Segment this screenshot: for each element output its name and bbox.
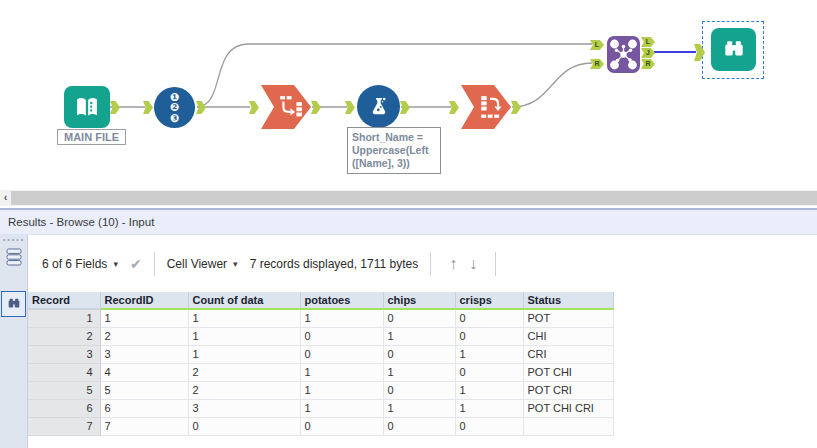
table-cell[interactable]: 1 xyxy=(100,309,188,327)
results-toolbar: 6 of 6 Fields ▾ ✔ Cell Viewer ▾ 7 record… xyxy=(28,235,817,292)
row-number-cell[interactable]: 1 xyxy=(28,309,100,327)
table-cell[interactable]: CRI xyxy=(523,345,613,363)
chevron-down-icon[interactable]: ▾ xyxy=(113,259,118,269)
column-header[interactable]: chips xyxy=(383,292,455,309)
table-cell[interactable]: 3 xyxy=(188,399,300,417)
table-cell[interactable]: 5 xyxy=(100,381,188,399)
arrow-down-icon[interactable]: ↓ xyxy=(469,255,477,273)
book-icon xyxy=(72,93,102,121)
table-cell[interactable]: 1 xyxy=(383,399,455,417)
results-body: ••••• 6 of 6 Fields xyxy=(0,235,817,448)
table-cell[interactable]: CHI xyxy=(523,327,613,345)
cell-viewer-dropdown[interactable]: Cell Viewer xyxy=(167,257,227,271)
table-cell[interactable]: 0 xyxy=(188,417,300,435)
table-cell[interactable]: POT CHI xyxy=(523,363,613,381)
table-cell[interactable]: 1 xyxy=(300,363,383,381)
table-cell[interactable] xyxy=(523,417,613,435)
binoculars-icon xyxy=(720,37,748,63)
fields-dropdown[interactable]: 6 of 6 Fields xyxy=(42,257,107,271)
input-data-tool[interactable] xyxy=(64,86,110,128)
row-number-cell[interactable]: 6 xyxy=(28,399,100,417)
table-cell[interactable]: 0 xyxy=(383,309,455,327)
table-cell[interactable]: 1 xyxy=(300,399,383,417)
join-nodes-icon xyxy=(607,36,640,73)
table-cell[interactable]: POT xyxy=(523,309,613,327)
table-cell[interactable]: 1 xyxy=(188,345,300,363)
table-cell[interactable]: 0 xyxy=(300,345,383,363)
column-header[interactable]: potatoes xyxy=(300,292,383,309)
table-cell[interactable]: 0 xyxy=(455,327,523,345)
transpose-icon xyxy=(278,94,304,120)
table-cell[interactable]: 2 xyxy=(100,327,188,345)
join-tool[interactable] xyxy=(607,36,640,73)
scroll-left-icon[interactable]: ‹ xyxy=(0,190,11,206)
table-cell[interactable]: 1 xyxy=(188,327,300,345)
connection xyxy=(512,63,592,107)
row-number-cell[interactable]: 4 xyxy=(28,363,100,381)
table-cell[interactable]: 1 xyxy=(383,327,455,345)
grip-dots-icon[interactable]: ••••• xyxy=(0,236,28,243)
toolbar-divider xyxy=(154,252,155,276)
toolbar-divider xyxy=(430,252,431,276)
tool-annotation[interactable]: MAIN FILE xyxy=(57,129,126,145)
table-cell[interactable]: 0 xyxy=(383,417,455,435)
chevron-down-icon[interactable]: ▾ xyxy=(233,259,238,269)
column-header[interactable]: RecordID xyxy=(100,292,188,309)
table-cell[interactable]: 0 xyxy=(455,363,523,381)
apply-checkmark-icon[interactable]: ✔ xyxy=(130,256,142,272)
table-cell[interactable]: 7 xyxy=(100,417,188,435)
canvas-hscrollbar[interactable]: ‹ xyxy=(0,190,817,206)
numbers-123-icon: ❶ ❷ ❸ xyxy=(170,92,179,124)
toolbar-divider xyxy=(495,252,496,276)
table-cell[interactable]: 2 xyxy=(188,363,300,381)
table-cell[interactable]: 1 xyxy=(455,399,523,417)
table-cell[interactable]: 3 xyxy=(100,345,188,363)
table-cell[interactable]: POT CHI CRI xyxy=(523,399,613,417)
table-cell[interactable]: 4 xyxy=(100,363,188,381)
column-header[interactable]: crisps xyxy=(455,292,523,309)
table-cell[interactable]: 1 xyxy=(455,381,523,399)
arrow-up-icon[interactable]: ↑ xyxy=(449,255,457,273)
table-cell[interactable]: 1 xyxy=(300,381,383,399)
workflow-canvas[interactable]: MAIN FILE ❶ ❷ ❸ xyxy=(0,0,817,190)
table-cell[interactable]: 0 xyxy=(300,417,383,435)
row-number-cell[interactable]: 5 xyxy=(28,381,100,399)
row-number-cell[interactable]: 2 xyxy=(28,327,100,345)
crosstab-icon xyxy=(478,94,504,120)
table-cell[interactable]: 0 xyxy=(383,381,455,399)
table-cell[interactable]: 1 xyxy=(300,309,383,327)
table-cell[interactable]: 1 xyxy=(188,309,300,327)
table-row: 770000 xyxy=(28,417,613,435)
table-cell[interactable]: 0 xyxy=(455,417,523,435)
row-number-cell[interactable]: 3 xyxy=(28,345,100,363)
table-cell[interactable]: 1 xyxy=(455,345,523,363)
table-cell[interactable]: 0 xyxy=(455,309,523,327)
column-header[interactable]: Count of data xyxy=(188,292,300,309)
results-table-area: RecordRecordIDCount of datapotatoeschips… xyxy=(28,292,817,448)
table-cell[interactable]: 6 xyxy=(100,399,188,417)
record-id-tool[interactable]: ❶ ❷ ❸ xyxy=(154,87,195,128)
table-cell[interactable]: 0 xyxy=(383,345,455,363)
formula-annotation[interactable]: Short_Name = Uppercase(Left ([Name], 3)) xyxy=(347,127,441,174)
table-cell[interactable]: 2 xyxy=(188,381,300,399)
table-cell[interactable]: POT CRI xyxy=(523,381,613,399)
alteryx-window: MAIN FILE ❶ ❷ ❸ xyxy=(0,0,817,448)
results-side-toolbar: ••••• xyxy=(0,235,28,448)
row-number-cell[interactable]: 7 xyxy=(28,417,100,435)
binoculars-small-icon xyxy=(5,296,23,312)
data-view-icon[interactable] xyxy=(6,248,22,270)
table-row: 221010CHI xyxy=(28,327,613,345)
results-table: RecordRecordIDCount of datapotatoeschips… xyxy=(28,292,614,436)
table-row: 442110POT CHI xyxy=(28,363,613,381)
table-cell[interactable]: 1 xyxy=(383,363,455,381)
header-row: RecordRecordIDCount of datapotatoeschips… xyxy=(28,292,613,309)
scrollbar-thumb[interactable] xyxy=(11,191,817,205)
table-row: 111100POT xyxy=(28,309,613,327)
column-header[interactable]: Status xyxy=(523,292,613,309)
column-header[interactable]: Record xyxy=(28,292,100,309)
formula-tool[interactable] xyxy=(357,85,400,128)
table-row: 331001CRI xyxy=(28,345,613,363)
table-cell[interactable]: 0 xyxy=(300,327,383,345)
browse-view-button[interactable] xyxy=(1,291,26,317)
browse-tool[interactable] xyxy=(711,28,756,71)
